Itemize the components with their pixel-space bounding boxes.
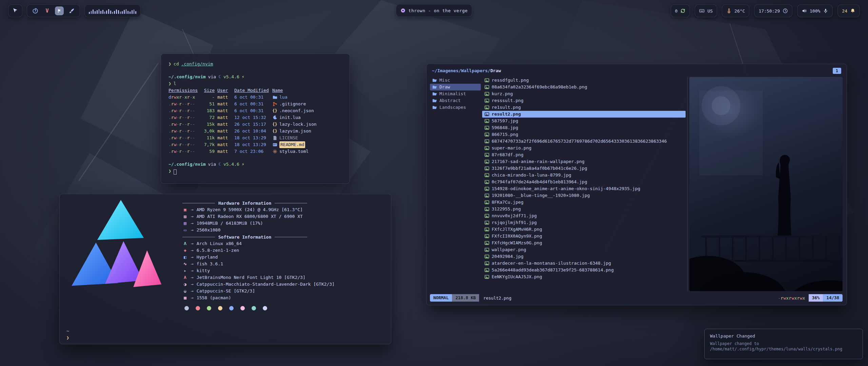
file-item[interactable]: 3122955.png (482, 206, 686, 212)
braces-icon: {} (272, 122, 277, 127)
file-item[interactable]: atardecer-en-la-montanas-ilustracion-634… (482, 260, 686, 267)
palette-dot (240, 306, 245, 310)
file-item[interactable]: 8FKa7Cu.jpeg (482, 199, 686, 206)
prompt-via: via (208, 74, 216, 80)
file-item[interactable]: wallpaper.png (482, 246, 686, 253)
bar-left-modules: V (8, 4, 141, 17)
notifications-module[interactable]: 24 (837, 4, 860, 17)
status-bar: V thrown - on the verge (8, 4, 860, 18)
listing-row: .rw-r--r--72matt12 oct 15:32init.lua (169, 114, 343, 121)
file-item[interactable]: 217167-sad-anime-rain-wallpaper.png (482, 158, 686, 165)
position-badge: 14/38 (823, 294, 843, 302)
file-item[interactable]: 19201080-__blue-tinge__-1920×1080.jpg (482, 192, 686, 199)
file-item[interactable]: 68747470733a2f2f696d616765732d7769786d70… (482, 138, 686, 145)
file-item[interactable]: 0c794faf07de24a4db4d4fb1eb813964.jpg (482, 179, 686, 185)
fetch-line-icon: ◧ (182, 254, 188, 261)
folder-item-abstract[interactable]: Abstract (430, 97, 481, 104)
workspace-icon-flag-active[interactable] (55, 6, 64, 15)
lua-moon-icon: ☾ (218, 74, 221, 80)
updates-module[interactable]: 0 (671, 4, 690, 17)
file-item[interactable]: ressdfgult.png (482, 77, 686, 84)
flag-icon (57, 8, 62, 14)
status-filename: result2.png (483, 296, 511, 301)
keyboard-layout-module[interactable]: US (695, 4, 717, 17)
file-item[interactable]: 154928-odinokoe_anime-art-anime-okno-sin… (482, 185, 686, 192)
file-item[interactable]: 866715.png (482, 131, 686, 138)
folder-item-landscapes[interactable]: Landscapes (430, 104, 481, 111)
status-right: -rwxrwxrwx 36% 14/38 (778, 294, 843, 302)
fetch-line-icon: ▣ (182, 206, 188, 213)
prompt-char: ❯ (169, 80, 171, 87)
file-item[interactable]: nnvuv0xj2df71.jpg (482, 212, 686, 219)
folder-icon (432, 98, 437, 103)
notification-popup[interactable]: Wallpaper Changed Wallpaper changed to /… (704, 329, 863, 359)
file-item[interactable]: FXfcHgcWIAMzs0G.png (482, 240, 686, 246)
file-item[interactable]: super-mario.png (482, 145, 686, 151)
terminal-window[interactable]: ❯ cd .config/nvim ~/.config/nvim via ☾ v… (161, 54, 350, 184)
palette-dot (184, 306, 189, 310)
fetch-line-icon: Λ (182, 240, 188, 247)
zap-icon: ⚡ (242, 74, 244, 80)
folder-item-minimalist[interactable]: Minimalist (430, 90, 481, 97)
workspace-icon-v[interactable]: V (43, 7, 51, 15)
file-item[interactable]: re1sult.png (482, 104, 686, 111)
image-file-icon (484, 119, 489, 124)
file-item[interactable]: 08a634fa02a32364f69ebc86a98eb1eb.png (482, 84, 686, 90)
palette-dot (252, 306, 256, 310)
launcher-button[interactable] (8, 4, 22, 17)
listing-row: .rw-r--r--3,0kmatt26 oct 10:04{}lazyvim.… (169, 128, 343, 135)
file-item[interactable]: 87r687df.png (482, 151, 686, 158)
file-item[interactable]: EeNKYgIUcAAJ5JX.png (482, 273, 686, 280)
viz-bar (102, 10, 103, 14)
temperature-module[interactable]: 26°C (722, 4, 749, 17)
preview-image (689, 77, 843, 291)
file-item[interactable]: resssult.png (482, 97, 686, 104)
visualizer-module[interactable] (84, 4, 141, 17)
file-item[interactable]: 587597.jpg (482, 118, 686, 124)
listing-row: .rw-r--r--15kmatt26 oct 15:17{}lazy-lock… (169, 121, 343, 128)
prompt-via: via (208, 161, 216, 168)
fastfetch-window[interactable]: Hardware Information ▣→AMD Ryzen 9 5900X… (59, 194, 391, 344)
file-manager-window[interactable]: ~/Imagenes/Wallpapers/ Draw 1 MiscDrawMi… (426, 64, 847, 305)
permissions-text: -rwxrwxrwx (778, 296, 805, 301)
tab-badge[interactable]: 1 (833, 68, 841, 74)
file-item[interactable]: rsjqojlmjhf91.jpg (482, 219, 686, 226)
file-item[interactable]: FXfcII0X0AQyn9X.png (482, 233, 686, 240)
file-item[interactable]: 5a266e448add93deab367d87173e9f25-6837886… (482, 267, 686, 273)
folder-item-draw[interactable]: Draw (430, 84, 481, 90)
image-file-icon (484, 180, 489, 185)
file-item[interactable]: 3126f7e9bbf21a8a4af0b67b041c6e26.jpg (482, 165, 686, 172)
parent-directory-column: MiscDrawMinimalistAbstractLandscapes (430, 77, 481, 291)
clock-module[interactable]: 17:50:29 (754, 4, 792, 17)
fetch-line: ∿→fish 3.6.1 (182, 261, 384, 267)
listing-row: .rw-r--r--183matt6 oct 00:31{}.neoconf.j… (169, 107, 343, 114)
command-line-l: ❯ l (169, 80, 343, 87)
command-l: l (174, 80, 176, 87)
image-file-icon (484, 274, 489, 280)
file-item[interactable]: result2.png (482, 111, 686, 118)
arrow-icon: → (191, 227, 194, 233)
viz-bar (95, 11, 96, 14)
clock-icon (783, 8, 788, 14)
fetch-line-icon: ▭ (182, 227, 188, 233)
workspace-icon-brush[interactable] (67, 7, 76, 15)
image-file-icon (484, 200, 489, 205)
listing-header-0: Permissions (169, 87, 198, 94)
music-module[interactable]: thrown - on the verge (396, 4, 472, 17)
file-item[interactable]: chica-mirando-la-luna-8799.jpg (482, 172, 686, 179)
fetch-line: ▨→AMD ATI Radeon RX 6800/6800 XT / 6900 … (182, 213, 384, 220)
file-item[interactable]: 596848.jpg (482, 124, 686, 131)
folder-icon (432, 105, 437, 110)
file-item[interactable]: FXfcJlTXgAMvH6R.png (482, 226, 686, 233)
audio-module[interactable]: 100% (797, 4, 833, 17)
listing-rows: drwxr-xr-x-matt6 oct 00:31lua.rw-r--r--5… (169, 94, 343, 155)
viz-bar (91, 11, 92, 14)
folder-item-misc[interactable]: Misc (430, 77, 481, 84)
image-file-icon (484, 193, 489, 198)
software-lines: Λ→Arch Linux x86_64◈→6.5.8-zen1-1-zen◧→H… (182, 240, 384, 301)
workspace-icon-swirl[interactable] (31, 7, 39, 15)
file-item[interactable]: kurz.png (482, 90, 686, 97)
file-item[interactable]: 20492984.jpg (482, 253, 686, 260)
refresh-icon (680, 8, 686, 14)
workspaces-module[interactable]: V (27, 4, 80, 17)
